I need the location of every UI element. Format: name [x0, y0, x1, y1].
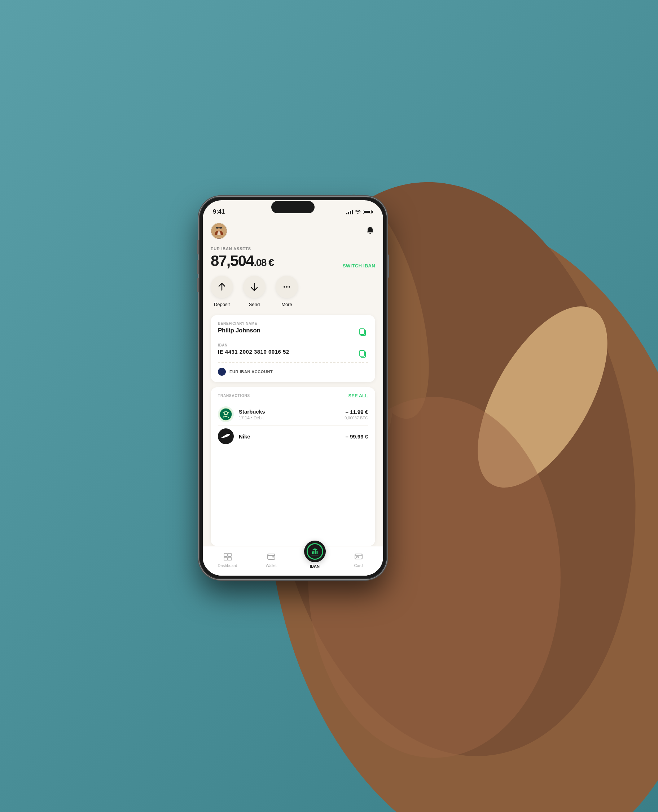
iban-row: IBAN IE 4431 2002 3810 0016 52 [218, 343, 368, 360]
svg-point-12 [284, 286, 285, 288]
copy-name-button[interactable] [357, 327, 368, 338]
iban-center-inner [307, 543, 323, 560]
transactions-title: TRANSACTIONS [218, 394, 250, 398]
svg-rect-25 [228, 553, 231, 556]
starbucks-btc: 0,00037 BTC [345, 416, 368, 420]
svg-rect-9 [216, 227, 219, 229]
starbucks-icon [218, 406, 234, 422]
balance-section: EUR IBAN ASSETS 87,504.08 € SWITCH IBAN [211, 245, 375, 276]
nav-card[interactable]: Card [347, 552, 370, 567]
svg-rect-33 [316, 551, 318, 554]
svg-point-22 [225, 412, 227, 414]
wallet-nav-label: Wallet [265, 563, 276, 567]
more-circle [276, 276, 298, 298]
deposit-circle [211, 276, 233, 298]
svg-rect-26 [224, 557, 227, 560]
svg-point-29 [273, 556, 274, 558]
more-button[interactable]: More [276, 276, 298, 307]
svg-point-13 [286, 286, 288, 288]
iban-field-label: IBAN [218, 343, 289, 347]
nav-wallet[interactable]: Wallet [260, 552, 283, 567]
starbucks-time: 17:14 [239, 415, 250, 420]
name-row: BENEFICIARY NAME Philip Johnson [218, 321, 368, 338]
arrow-up-icon [218, 283, 226, 291]
transactions-header: TRANSACTIONS SEE ALL [218, 393, 368, 398]
svg-rect-32 [315, 550, 316, 554]
iban-field: IBAN IE 4431 2002 3810 0016 52 [218, 343, 289, 355]
balance-main: 87,504 [211, 252, 254, 269]
nike-amount: – 99.99 € [345, 433, 368, 440]
svg-rect-24 [224, 553, 227, 556]
starbucks-name: Starbucks [239, 409, 340, 415]
card-divider [218, 362, 368, 363]
transactions-card: TRANSACTIONS SEE ALL [211, 387, 375, 546]
dashboard-nav-label: Dashboard [218, 563, 237, 567]
balance-decimal: .08 € [254, 257, 273, 268]
arrow-down-icon [251, 283, 258, 291]
svg-rect-10 [219, 227, 222, 229]
name-field-value: Philip Johnson [218, 327, 260, 334]
battery-icon [363, 210, 373, 214]
svg-point-14 [288, 286, 290, 288]
nav-dashboard[interactable]: Dashboard [216, 552, 239, 567]
signal-icon [346, 210, 353, 214]
starbucks-meta: 17:14 • Debit [239, 415, 340, 420]
card-nav-label: Card [354, 563, 363, 567]
name-field-label: BENEFICIARY NAME [218, 321, 260, 326]
phone-wrapper: 9:41 [199, 197, 387, 579]
svg-rect-28 [268, 554, 275, 560]
starbucks-separator: • [251, 415, 254, 420]
svg-rect-31 [313, 551, 314, 554]
beneficiary-card: BENEFICIARY NAME Philip Johnson [211, 315, 375, 382]
svg-rect-34 [311, 555, 318, 555]
dynamic-island [271, 201, 315, 213]
send-label: Send [249, 302, 260, 307]
header [211, 218, 375, 245]
balance-amount: 87,504.08 € [211, 253, 273, 268]
phone-screen: 9:41 [203, 200, 383, 575]
svg-rect-18 [360, 350, 364, 356]
bell-icon[interactable] [365, 226, 375, 236]
starbucks-amount: – 11.99 € 0,00037 BTC [345, 409, 368, 420]
dashboard-icon [222, 552, 233, 561]
transaction-nike[interactable]: Nike – 99.99 € [218, 425, 368, 447]
main-content: EUR IBAN ASSETS 87,504.08 € SWITCH IBAN [203, 218, 383, 546]
status-icons [346, 210, 373, 214]
deposit-label: Deposit [214, 302, 230, 307]
nike-info: Nike [239, 433, 340, 440]
more-label: More [281, 302, 292, 307]
avatar[interactable] [211, 223, 227, 239]
transaction-starbucks[interactable]: Starbucks 17:14 • Debit – 11.99 € 0,0003… [218, 403, 368, 425]
wallet-icon [266, 552, 276, 561]
nike-eur: – 99.99 € [345, 433, 368, 440]
iban-field-value: IE 4431 2002 3810 0016 52 [218, 349, 289, 355]
starbucks-type: Debit [254, 415, 264, 420]
svg-rect-30 [312, 552, 313, 554]
nike-logo [218, 428, 234, 444]
starbucks-eur: – 11.99 € [345, 409, 368, 415]
nav-iban[interactable]: IBAN [303, 548, 326, 568]
ellipsis-icon [283, 283, 291, 291]
account-dot [218, 368, 226, 376]
nike-swoosh-icon [221, 433, 230, 439]
see-all-button[interactable]: SEE ALL [348, 393, 368, 398]
starbucks-info: Starbucks 17:14 • Debit [239, 409, 340, 420]
action-buttons: Deposit Send [211, 276, 375, 315]
balance-row: 87,504.08 € SWITCH IBAN [211, 253, 375, 268]
account-badge: EUR IBAN ACCOUNT [218, 368, 368, 376]
svg-rect-36 [356, 556, 359, 558]
balance-label: EUR IBAN ASSETS [211, 246, 375, 251]
phone-frame: 9:41 [199, 197, 387, 579]
deposit-button[interactable]: Deposit [211, 276, 233, 307]
switch-iban-button[interactable]: SWITCH IBAN [343, 263, 375, 268]
account-badge-label: EUR IBAN ACCOUNT [229, 370, 273, 374]
iban-icon [310, 547, 319, 556]
send-circle [243, 276, 265, 298]
svg-rect-16 [360, 329, 364, 335]
status-time: 9:41 [213, 208, 225, 215]
card-icon [354, 552, 363, 561]
copy-iban-button[interactable] [357, 349, 368, 360]
send-button[interactable]: Send [243, 276, 265, 307]
iban-center-button[interactable] [304, 541, 326, 562]
svg-rect-27 [228, 557, 231, 560]
